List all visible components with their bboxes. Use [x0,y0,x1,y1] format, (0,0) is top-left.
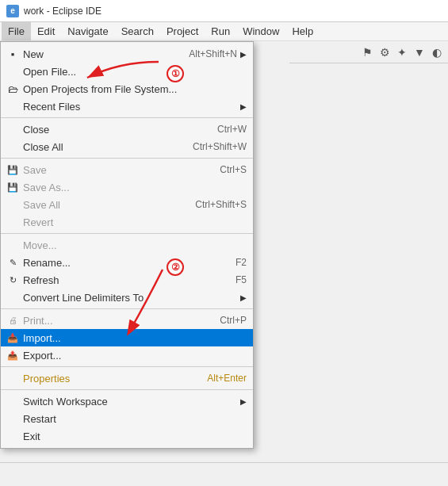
separator-2 [1,158,253,159]
menu-item-open-file[interactable]: Open File... [1,63,253,80]
refresh-label: Refresh [23,274,59,286]
new-shortcut: Alt+Shift+N [157,48,237,59]
convert-line-arrow: ▶ [240,293,247,302]
menu-window[interactable]: Window [236,22,285,40]
switch-workspace-label: Switch Workspace [23,396,108,408]
save-all-label: Save All [23,199,60,211]
properties-icon [6,372,20,385]
save-all-shortcut: Ctrl+Shift+S [163,199,247,210]
app-icon: e [6,5,19,17]
import-icon: 📥 [6,331,20,344]
export-icon: 📤 [6,349,20,362]
open-projects-icon: 🗁 [6,82,20,95]
toolbar-icon-2: ⚙ [377,44,392,60]
print-label: Print... [23,315,53,327]
menu-edit[interactable]: Edit [31,22,61,40]
convert-line-label: Convert Line Delimiters To [23,292,144,304]
save-as-label: Save As... [23,182,70,193]
restart-icon [6,412,20,425]
separator-1 [1,117,253,118]
menu-item-import[interactable]: 📥 Import... [1,329,253,346]
menu-item-print[interactable]: 🖨 Print... Ctrl+P [1,312,253,329]
properties-shortcut: Alt+Enter [175,373,247,384]
recent-files-icon [6,100,20,113]
recent-files-arrow: ▶ [240,102,247,111]
save-all-icon [6,198,20,211]
exit-icon [6,430,20,442]
dropdown-panel: ▪ New Alt+Shift+N ▶ Open File... 🗁 Open … [0,41,254,449]
close-all-shortcut: Ctrl+Shift+W [161,141,247,152]
separator-5 [1,366,253,367]
rename-shortcut: F2 [204,257,247,268]
close-label: Close [23,124,49,136]
menu-item-export[interactable]: 📤 Export... [1,346,253,364]
menu-search[interactable]: Search [115,22,160,40]
new-icon: ▪ [6,48,20,60]
new-label: New [23,48,44,60]
refresh-shortcut: F5 [204,274,247,285]
menu-item-switch-workspace[interactable]: Switch Workspace ▶ [1,392,253,410]
menu-item-recent-files[interactable]: Recent Files ▶ [1,98,253,115]
restart-label: Restart [23,413,56,425]
bottom-bar [0,462,448,486]
menu-item-save[interactable]: 💾 Save Ctrl+S [1,161,253,178]
rename-label: Rename... [23,257,71,269]
open-file-icon [6,65,20,78]
menu-item-save-as[interactable]: 💾 Save As... [1,178,253,196]
menu-item-exit[interactable]: Exit [1,427,253,445]
separator-4 [1,308,253,309]
menu-item-close-all[interactable]: Close All Ctrl+Shift+W [1,138,253,155]
print-shortcut: Ctrl+P [188,315,247,326]
menu-item-properties[interactable]: Properties Alt+Enter [1,369,253,387]
toolbar-icon-1: ⚑ [359,44,375,60]
menu-run[interactable]: Run [205,22,236,40]
menu-item-restart[interactable]: Restart [1,410,253,427]
menu-bar: File Edit Navigate Search Project Run Wi… [0,22,448,41]
separator-3 [1,233,253,234]
menu-help[interactable]: Help [285,22,320,40]
toolbar-icon-5: ◐ [429,44,445,60]
menu-item-new[interactable]: ▪ New Alt+Shift+N ▶ [1,45,253,63]
print-icon: 🖨 [6,314,20,327]
refresh-icon: ↻ [6,274,20,286]
switch-workspace-icon [6,395,20,408]
file-menu-dropdown: ▪ New Alt+Shift+N ▶ Open File... 🗁 Open … [0,41,254,449]
export-label: Export... [23,350,61,362]
menu-item-rename[interactable]: ✎ Rename... F2 [1,254,253,271]
save-icon: 💾 [6,163,20,176]
revert-icon [6,216,20,228]
close-shortcut: Ctrl+W [186,124,247,135]
title-text: work - Eclipse IDE [24,6,101,17]
menu-project[interactable]: Project [160,22,205,40]
import-label: Import... [23,332,61,344]
save-shortcut: Ctrl+S [188,164,247,175]
menu-file[interactable]: File [2,22,31,40]
toolbar-right: ⚑ ⚙ ✦ ▼ ◐ [289,41,448,63]
open-projects-label: Open Projects from File System... [23,83,177,95]
separator-6 [1,389,253,390]
save-label: Save [23,164,47,176]
rename-icon: ✎ [6,256,20,269]
properties-label: Properties [23,373,70,385]
menu-item-move[interactable]: Move... [1,236,253,254]
menu-item-refresh[interactable]: ↻ Refresh F5 [1,271,253,289]
menu-item-open-projects[interactable]: 🗁 Open Projects from File System... [1,80,253,98]
close-icon [6,123,20,136]
move-label: Move... [23,239,57,251]
move-icon [6,239,20,251]
switch-workspace-arrow: ▶ [240,397,247,406]
toolbar-icon-3: ✦ [394,44,410,60]
toolbar-icon-4: ▼ [412,44,427,60]
menu-item-revert[interactable]: Revert [1,213,253,231]
title-bar: e work - Eclipse IDE [0,0,448,22]
recent-files-label: Recent Files [23,101,80,113]
open-file-label: Open File... [23,66,76,78]
convert-line-icon [6,291,20,304]
close-all-icon [6,140,20,153]
menu-navigate[interactable]: Navigate [61,22,114,40]
new-arrow: ▶ [240,50,247,59]
menu-item-save-all[interactable]: Save All Ctrl+Shift+S [1,196,253,213]
close-all-label: Close All [23,141,63,153]
menu-item-close[interactable]: Close Ctrl+W [1,121,253,138]
menu-item-convert-line[interactable]: Convert Line Delimiters To ▶ [1,289,253,306]
